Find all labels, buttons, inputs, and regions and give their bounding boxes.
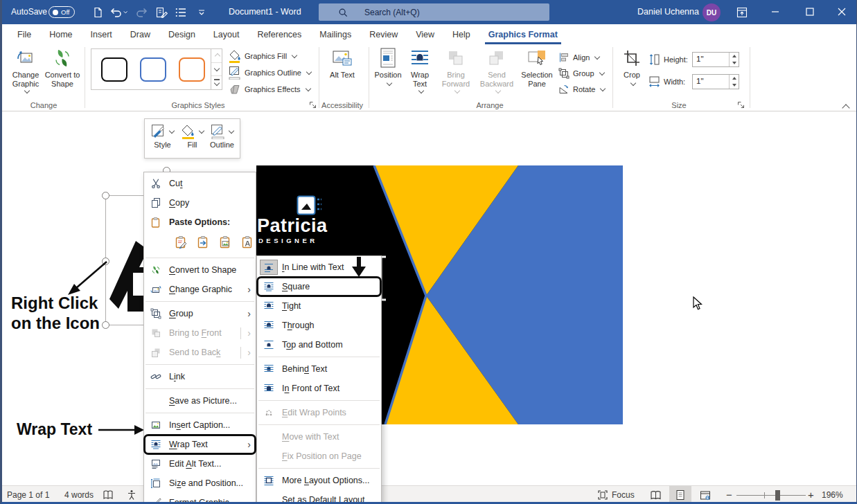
web-layout-icon[interactable]: [694, 486, 716, 504]
redo-icon[interactable]: [133, 3, 151, 21]
size-dialog-launcher-icon[interactable]: [737, 101, 745, 109]
minimize-icon[interactable]: [761, 0, 790, 24]
convert-to-shape-button[interactable]: Convert to Shape: [44, 46, 80, 89]
tab-file[interactable]: File: [8, 24, 40, 44]
menu-item-copy[interactable]: Copy: [144, 193, 256, 213]
graphics-effects-button[interactable]: Graphics Effects: [229, 82, 310, 97]
width-field[interactable]: 1": [692, 74, 739, 89]
gallery-more-button[interactable]: [211, 76, 222, 89]
fill-button[interactable]: Fill: [178, 123, 207, 156]
selection-pane-button[interactable]: Selection Pane: [518, 46, 556, 89]
tab-layout[interactable]: Layout: [204, 24, 249, 44]
menu-item-link[interactable]: Link: [144, 367, 256, 386]
height-stepper[interactable]: [729, 53, 739, 66]
graphics-fill-button[interactable]: Graphics Fill: [229, 48, 297, 64]
selection-handle[interactable]: [102, 321, 109, 329]
menu-item-save-as-picture[interactable]: Save as Picture...: [144, 391, 256, 411]
position-button[interactable]: Position: [372, 46, 404, 87]
wrap-text-ribbon-button[interactable]: Wrap Text: [404, 46, 436, 94]
autosave-toggle[interactable]: Off: [48, 6, 75, 18]
align-button[interactable]: Align: [558, 50, 599, 65]
focus-icon[interactable]: [597, 489, 608, 501]
menu-item-cut[interactable]: Cut: [144, 174, 256, 193]
menu-item-edit-alt-text[interactable]: Edit Alt Text...: [144, 454, 256, 474]
menu-item-through[interactable]: Through: [257, 316, 381, 335]
avatar[interactable]: DU: [703, 3, 721, 21]
print-layout-icon[interactable]: [669, 486, 691, 504]
tab-home[interactable]: Home: [40, 24, 81, 44]
send-backward-button[interactable]: Send Backward: [477, 46, 517, 94]
alt-text-button[interactable]: Alt Text: [323, 46, 362, 80]
home-graphic[interactable]: [104, 195, 143, 325]
menu-item-behind-text[interactable]: Behind Text: [257, 359, 381, 379]
style-swatch[interactable]: [101, 57, 127, 82]
tab-insert[interactable]: Insert: [82, 24, 121, 44]
proofing-icon[interactable]: [103, 489, 114, 501]
list-icon[interactable]: [172, 3, 190, 21]
zoom-slider-track[interactable]: [736, 495, 806, 496]
rotate-button[interactable]: Rotate: [558, 82, 605, 97]
collapse-ribbon-icon[interactable]: [841, 100, 849, 112]
menu-item-size-and-position[interactable]: Size and Position...: [144, 474, 256, 493]
menu-item-set-as-default-layout[interactable]: Set as Default Layout: [257, 490, 381, 504]
style-swatch[interactable]: [140, 57, 166, 82]
menu-item-in-front-of-text[interactable]: In Front of Text: [257, 379, 381, 398]
style-button[interactable]: Style: [148, 123, 177, 156]
zoom-in-icon[interactable]: +: [808, 489, 814, 501]
menu-item-send-to-back[interactable]: Send to Back›: [144, 343, 256, 362]
menu-item-convert-to-shape[interactable]: Convert to Shape: [144, 260, 256, 280]
editor-icon[interactable]: [152, 3, 170, 21]
more-commands-icon[interactable]: [193, 3, 211, 21]
maximize-icon[interactable]: [795, 0, 824, 24]
gallery-scroll-up[interactable]: [211, 49, 222, 63]
tab-help[interactable]: Help: [443, 24, 479, 44]
tab-graphics-format[interactable]: Graphics Format: [479, 24, 567, 44]
menu-item-group[interactable]: Group›: [144, 304, 256, 323]
menu-item-move-with-text[interactable]: Move with Text: [257, 427, 381, 447]
new-file-icon[interactable]: [89, 3, 107, 21]
change-graphic-button[interactable]: Change Graphic: [7, 46, 44, 94]
tab-references[interactable]: References: [248, 24, 310, 44]
width-stepper[interactable]: [729, 75, 739, 89]
word-count[interactable]: 4 words: [64, 490, 94, 500]
menu-item-more-layout-options[interactable]: More Layout Options...: [257, 471, 381, 490]
inline-graphic-icon[interactable]: [297, 195, 323, 216]
menu-item-fix-position-on-page[interactable]: Fix Position on Page: [257, 447, 381, 466]
accessibility-icon[interactable]: [126, 489, 137, 501]
ribbon-display-options-icon[interactable]: [733, 3, 751, 21]
focus-label[interactable]: Focus: [612, 490, 635, 500]
page-indicator[interactable]: Page 1 of 1: [7, 490, 49, 500]
menu-item-insert-caption[interactable]: Insert Caption...: [144, 415, 256, 435]
menu-item-square[interactable]: Square: [257, 277, 381, 296]
document-canvas[interactable]: Patricia DESIGNER Right Click on the Ico…: [0, 111, 857, 485]
styles-dialog-launcher-icon[interactable]: [309, 101, 317, 109]
tab-review[interactable]: Review: [360, 24, 407, 44]
menu-item-change-graphic[interactable]: Change Graphic›: [144, 280, 256, 299]
paste-merge-formatting-icon[interactable]: [195, 234, 212, 251]
tab-view[interactable]: View: [407, 24, 443, 44]
bring-forward-button[interactable]: Bring Forward: [436, 46, 475, 94]
menu-item-tight[interactable]: Tight: [257, 296, 381, 316]
paste-keep-source-formatting-icon[interactable]: [173, 234, 190, 251]
crop-button[interactable]: Crop: [617, 46, 647, 87]
tab-design[interactable]: Design: [159, 24, 204, 44]
zoom-out-icon[interactable]: −: [726, 489, 732, 501]
menu-item-format-graphic[interactable]: Format Graphic: [144, 493, 256, 504]
tab-mailings[interactable]: Mailings: [310, 24, 360, 44]
graphics-outline-button[interactable]: Graphics Outline: [229, 65, 311, 80]
undo-icon[interactable]: [107, 3, 130, 21]
search-input[interactable]: Search (Alt+Q): [319, 3, 549, 21]
menu-item-top-and-bottom[interactable]: Top and Bottom: [257, 335, 381, 354]
menu-item-wrap-text[interactable]: Wrap Text›: [144, 435, 256, 454]
style-swatch[interactable]: [179, 57, 205, 82]
menu-item-edit-wrap-points[interactable]: Edit Wrap Points: [257, 403, 381, 422]
outline-button[interactable]: Outline: [208, 123, 237, 156]
close-icon[interactable]: [827, 0, 856, 24]
paste-keep-text-only-icon[interactable]: [239, 234, 256, 251]
gallery-scroll-down[interactable]: [211, 63, 222, 77]
selection-handle[interactable]: [102, 192, 109, 199]
tab-draw[interactable]: Draw: [121, 24, 159, 44]
read-mode-icon[interactable]: [644, 486, 666, 504]
menu-item-bring-to-front[interactable]: Bring to Front›: [144, 323, 256, 343]
zoom-slider-handle[interactable]: [775, 490, 780, 501]
